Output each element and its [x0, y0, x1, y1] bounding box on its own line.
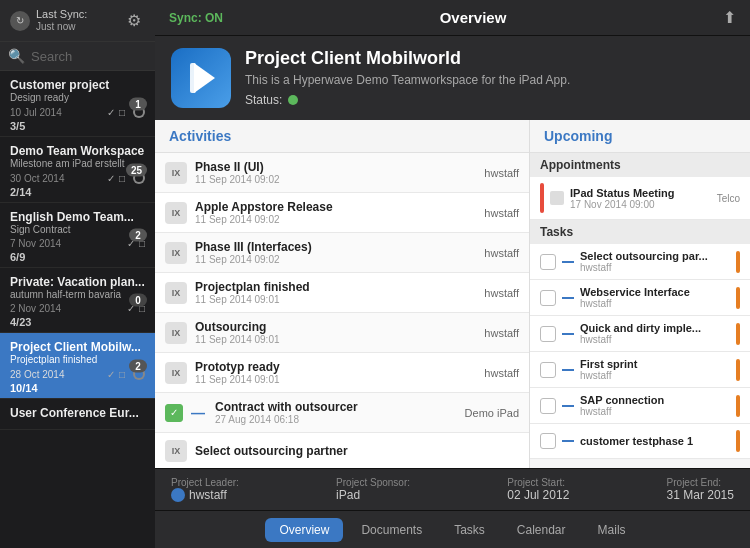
sidebar-item-1[interactable]: Demo Team Workspace Milestone am iPad er… — [0, 137, 155, 203]
sidebar-item-counter: 2/14 — [10, 186, 31, 198]
sidebar-item-sub: Projectplan finished — [10, 354, 145, 365]
sidebar-item-3[interactable]: Private: Vacation plan... autumn half-te… — [0, 268, 155, 333]
activity-date: 11 Sep 2014 09:02 — [195, 214, 476, 225]
top-bar: Sync: ON Overview ⬆ — [155, 0, 750, 36]
sync-info: ↻ Last Sync: Just now — [10, 8, 87, 33]
task-priority-indicator — [736, 323, 740, 345]
task-item[interactable]: Webservice Interface hwstaff — [530, 280, 750, 316]
task-item[interactable]: customer testphase 1 — [530, 424, 750, 459]
activity-details: Apple Appstore Release 11 Sep 2014 09:02 — [195, 200, 476, 225]
task-checkbox[interactable] — [540, 362, 556, 378]
activity-item[interactable]: IX Outsourcing 11 Sep 2014 09:01 hwstaff — [155, 313, 529, 353]
task-name: Select outsourcing par... — [580, 250, 730, 262]
sidebar-item-counter: 6/9 — [10, 251, 25, 263]
appointment-color — [540, 183, 544, 213]
activity-name: Projectplan finished — [195, 280, 476, 294]
activity-item[interactable]: IX Phase III (Interfaces) 11 Sep 2014 09… — [155, 233, 529, 273]
task-dash-icon — [562, 261, 574, 263]
activity-date: 11 Sep 2014 09:01 — [195, 294, 476, 305]
sidebar-item-badge: 1 — [129, 97, 147, 110]
sidebar-item-counter: 3/5 — [10, 120, 25, 132]
sidebar-item-sub: Design ready — [10, 92, 145, 103]
appointment-name: IPad Status Meeting — [570, 187, 711, 199]
activity-ix-icon: IX — [165, 362, 187, 384]
task-priority-indicator — [736, 359, 740, 381]
task-checkbox[interactable] — [540, 254, 556, 270]
tab-mails[interactable]: Mails — [584, 518, 640, 542]
appointment-details: IPad Status Meeting 17 Nov 2014 09:00 — [570, 187, 711, 210]
activity-item[interactable]: IX Prototyp ready 11 Sep 2014 09:01 hwst… — [155, 353, 529, 393]
leader-avatar — [171, 488, 185, 502]
tab-documents[interactable]: Documents — [347, 518, 436, 542]
footer-leader: Project Leader: hwstaff — [171, 477, 239, 502]
sidebar-list: Customer project Design ready 10 Jul 201… — [0, 71, 155, 548]
search-bar[interactable]: 🔍 — [0, 42, 155, 71]
sidebar-item-badge: 2 — [129, 359, 147, 372]
search-icon: 🔍 — [8, 48, 25, 64]
sidebar-item-date: 2 Nov 2014 — [10, 303, 61, 314]
activities-panel: Activities IX Phase II (UI) 11 Sep 2014 … — [155, 120, 530, 468]
project-icon — [171, 48, 231, 108]
sidebar-item-name: Private: Vacation plan... — [10, 275, 145, 289]
sidebar-header: ↻ Last Sync: Just now ⚙ — [0, 0, 155, 42]
sidebar-item-date: 10 Jul 2014 — [10, 107, 62, 118]
sidebar-item-0[interactable]: Customer project Design ready 10 Jul 201… — [0, 71, 155, 137]
sidebar-item-date: 7 Nov 2014 — [10, 238, 61, 249]
activity-date: 11 Sep 2014 09:02 — [195, 174, 476, 185]
search-input[interactable] — [31, 49, 155, 64]
sidebar-item-name: English Demo Team... — [10, 210, 145, 224]
svg-rect-1 — [190, 63, 196, 93]
activity-date: 11 Sep 2014 09:02 — [195, 254, 476, 265]
sidebar-item-4[interactable]: Project Client Mobilw... Projectplan fin… — [0, 333, 155, 399]
footer-end: Project End: 31 Mar 2015 — [667, 477, 734, 502]
appointment-item[interactable]: IPad Status Meeting 17 Nov 2014 09:00 Te… — [530, 177, 750, 220]
task-item[interactable]: SAP connection hwstaff — [530, 388, 750, 424]
task-name: Quick and dirty imple... — [580, 322, 730, 334]
activity-date: 11 Sep 2014 09:01 — [195, 334, 476, 345]
activity-item[interactable]: IX Select outsourcing partner — [155, 433, 529, 468]
task-checkbox[interactable] — [540, 290, 556, 306]
task-checkbox[interactable] — [540, 326, 556, 342]
task-dash-icon — [562, 297, 574, 299]
activity-user: hwstaff — [484, 367, 519, 379]
task-user: hwstaff — [580, 370, 730, 381]
sidebar-item-date: 28 Oct 2014 — [10, 369, 64, 380]
share-button[interactable]: ⬆ — [723, 8, 736, 27]
activity-item[interactable]: IX Projectplan finished 11 Sep 2014 09:0… — [155, 273, 529, 313]
appointment-location: Telco — [717, 193, 740, 204]
tab-overview[interactable]: Overview — [265, 518, 343, 542]
status-label: Status: — [245, 93, 282, 107]
task-details: Select outsourcing par... hwstaff — [580, 250, 730, 273]
tab-calendar[interactable]: Calendar — [503, 518, 580, 542]
activity-user: hwstaff — [484, 207, 519, 219]
task-item[interactable]: Quick and dirty imple... hwstaff — [530, 316, 750, 352]
activity-ix-icon: IX — [165, 242, 187, 264]
check-icon: ✓ — [107, 107, 115, 118]
activity-name: Prototyp ready — [195, 360, 476, 374]
gear-button[interactable]: ⚙ — [123, 10, 145, 32]
activity-name: Contract with outsourcer — [215, 400, 457, 414]
task-item[interactable]: Select outsourcing par... hwstaff — [530, 244, 750, 280]
activity-item[interactable]: IX Phase II (UI) 11 Sep 2014 09:02 hwsta… — [155, 153, 529, 193]
svg-marker-0 — [194, 63, 215, 93]
sidebar-item-5[interactable]: User Conference Eur... — [0, 399, 155, 430]
project-header: Project Client Mobilworld This is a Hype… — [155, 36, 750, 120]
activity-details: Phase III (Interfaces) 11 Sep 2014 09:02 — [195, 240, 476, 265]
task-dash-icon — [562, 333, 574, 335]
sidebar-item-sub: autumn half-term bavaria — [10, 289, 145, 300]
activity-item[interactable]: IX Apple Appstore Release 11 Sep 2014 09… — [155, 193, 529, 233]
sidebar-item-counter: 4/23 — [10, 316, 31, 328]
tab-tasks[interactable]: Tasks — [440, 518, 499, 542]
upcoming-header: Upcoming — [530, 120, 750, 153]
task-item[interactable]: First sprint hwstaff — [530, 352, 750, 388]
project-logo-icon — [180, 57, 222, 99]
upcoming-content: Appointments IPad Status Meeting 17 Nov … — [530, 153, 750, 468]
task-checkbox[interactable] — [540, 433, 556, 449]
activity-name: Select outsourcing partner — [195, 444, 511, 458]
task-checkbox[interactable] — [540, 398, 556, 414]
sync-text: Last Sync: Just now — [36, 8, 87, 33]
footer-start-value: 02 Jul 2012 — [507, 488, 569, 502]
sidebar-item-2[interactable]: English Demo Team... Sign Contract 7 Nov… — [0, 203, 155, 268]
project-footer: Project Leader: hwstaff Project Sponsor:… — [155, 468, 750, 510]
activity-item[interactable]: ✓ — Contract with outsourcer 27 Aug 2014… — [155, 393, 529, 433]
